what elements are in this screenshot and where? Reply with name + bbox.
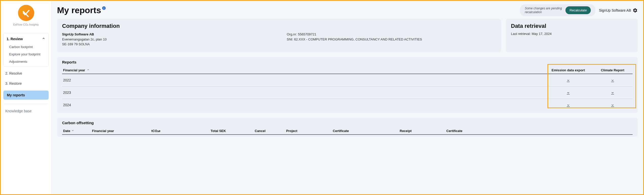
year-cell: 2023 [63,91,543,95]
pending-pill: Some changes are pending recalculation R… [520,4,595,16]
topbar: My reports i Some changes are pending re… [57,3,638,19]
download-climate-button[interactable] [609,101,616,109]
gear-icon[interactable] [633,8,638,13]
col-header-cancel[interactable]: Cancel [255,129,285,133]
col-header-tco2e[interactable]: tCO₂e [151,129,210,133]
recalculate-button[interactable]: Recalculate [565,6,591,14]
nav-group-title: 1. Review [7,37,23,41]
table-row: 2024 [62,99,633,111]
logo: ExFlow CO₂ Insights [1,1,51,31]
card-title: Data retrieval [511,23,633,29]
chevron-up-icon [87,68,90,72]
download-climate-button[interactable] [609,89,616,96]
nav-group-review: 1. Review Carbon footprint Explore your … [3,33,49,67]
section-title: Reports [62,60,633,64]
sidebar-item-resolve[interactable]: 2. Resolve [1,68,51,78]
offsetting-section: Carbon offsetting Date Financial year tC… [57,118,638,137]
main: My reports i Some changes are pending re… [51,1,643,194]
sidebar-item-adjustments[interactable]: Adjustments [4,58,48,66]
company-city: SE-169 79 SOLNA [62,42,272,47]
table-row: 2023 [62,86,633,99]
col-header-date[interactable]: Date [63,129,91,133]
company-orgnr: Org.nr: 5565709721 [287,32,496,37]
company-name: SignUp Software AB [62,32,272,37]
col-header-project[interactable]: Project [286,129,332,133]
sidebar-item-my-reports[interactable]: My reports [3,91,49,100]
nav-group-header-review[interactable]: 1. Review [4,34,48,44]
col-header-financial-year[interactable]: Financial year [92,129,150,133]
company-street: Evenemangsgatan 2c, plan 10 [62,37,272,42]
year-cell: 2024 [63,103,543,107]
col-header-financial-year[interactable]: Financial year [63,68,543,72]
card-title: Company information [62,23,496,29]
logo-subtext: ExFlow CO₂ Insights [13,23,39,26]
company-sni: SNI: 62.XXX - COMPUTER PROGRAMMING, CONS… [287,37,496,42]
reports-section: Reports Financial year Emission data exp… [57,57,638,113]
info-icon[interactable]: i [102,6,106,10]
table-row: 2022 [62,74,633,86]
col-header-total-sek[interactable]: Total SEK [211,129,254,133]
chevron-down-icon [71,129,74,133]
col-header-receipt[interactable]: Receipt [400,129,445,133]
sidebar-item-carbon-footprint[interactable]: Carbon footprint [4,44,48,51]
col-header-certificate[interactable]: Certificate [333,129,399,133]
year-cell: 2022 [63,78,543,82]
last-retrieval: Last retrieval: May 17, 2024 [511,32,633,36]
divider [4,104,48,104]
download-emission-button[interactable] [565,77,572,84]
col-header-climate-report[interactable]: Climate Report [594,68,632,72]
data-retrieval-card: Data retrieval Last retrieval: May 17, 2… [506,19,638,52]
chevron-up-icon [42,37,45,41]
pending-text: Some changes are pending recalculation [525,7,562,14]
col-header-certificate[interactable]: Certificate [446,129,632,133]
download-climate-button[interactable] [609,77,616,84]
sidebar-item-explore-footprint[interactable]: Explore your footprint [4,51,48,58]
download-emission-button[interactable] [565,101,572,109]
sidebar-item-restore[interactable]: 3. Restore [1,78,51,89]
download-emission-button[interactable] [565,89,572,96]
company-info-card: Company information SignUp Software AB E… [57,19,501,52]
sidebar: ExFlow CO₂ Insights 1. Review Carbon foo… [1,1,51,194]
page-title: My reports i [57,5,106,15]
sidebar-item-knowledge-base[interactable]: Knowledge base [1,106,51,116]
company-selector[interactable]: SignUp Software AB [599,8,638,13]
section-title: Carbon offsetting [62,121,633,125]
col-header-emission-export[interactable]: Emission data export [543,68,594,72]
logo-icon [18,5,34,21]
